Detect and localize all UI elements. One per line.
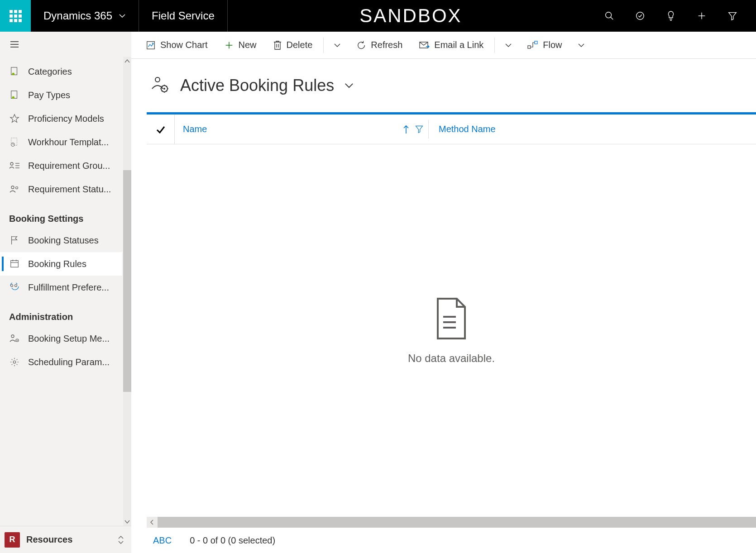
svg-point-39 [155, 77, 160, 82]
app-launcher-button[interactable] [0, 0, 31, 32]
sidebar-item-fulfillment-preferences[interactable]: Fulfillment Prefere... [0, 276, 122, 299]
sidebar-item-scheduling-parameters[interactable]: Scheduling Param... [0, 350, 122, 374]
svg-point-2 [636, 12, 644, 20]
people-icon [9, 184, 20, 195]
sidebar-item-label: Scheduling Param... [28, 357, 110, 367]
area-label: Resources [26, 534, 110, 545]
sidebar-item-booking-statuses[interactable]: Booking Statuses [0, 229, 122, 252]
chevron-down-icon[interactable] [344, 81, 354, 91]
command-bar: Show Chart New Delete Refresh Email a Li… [131, 32, 756, 59]
chevron-down-icon [578, 42, 585, 49]
sidebar-item-booking-setup-metadata[interactable]: Booking Setup Me... [0, 327, 122, 350]
email-split-button[interactable] [498, 38, 518, 52]
svg-point-32 [13, 361, 16, 363]
svg-line-1 [611, 17, 613, 20]
people-sync-icon [9, 282, 20, 293]
sidebar-item-booking-rules[interactable]: Booking Rules [0, 252, 122, 276]
select-all-checkbox[interactable] [147, 114, 175, 144]
check-circle-icon [635, 11, 645, 21]
cmd-label: Refresh [371, 40, 402, 50]
sidebar-scroll-thumb[interactable] [123, 170, 131, 392]
flow-split-button[interactable] [571, 38, 591, 52]
refresh-button[interactable]: Refresh [349, 36, 410, 54]
add-button[interactable] [686, 0, 717, 32]
calendar-icon [9, 258, 20, 269]
help-button[interactable] [656, 0, 686, 32]
flow-button[interactable]: Flow [520, 36, 569, 54]
sidebar-item-label: Categories [28, 67, 72, 77]
lightbulb-icon [666, 10, 675, 21]
area-badge: R [5, 532, 20, 548]
brand-label: Dynamics 365 [43, 10, 112, 22]
svg-point-28 [15, 285, 17, 287]
document-person-icon [9, 90, 20, 100]
show-chart-button[interactable]: Show Chart [139, 36, 215, 54]
funnel-icon [415, 124, 424, 133]
svg-point-20 [11, 186, 14, 189]
email-link-button[interactable]: Email a Link [411, 36, 491, 54]
cmd-label: Show Chart [160, 40, 208, 50]
svg-point-27 [11, 285, 13, 287]
alpha-filter-button[interactable]: ABC [153, 535, 172, 546]
flow-icon [527, 41, 538, 50]
sidebar-item-requirement-groups[interactable]: Requirement Grou... [0, 154, 122, 177]
horizontal-scrollbar[interactable] [147, 517, 756, 528]
area-switcher[interactable]: R Resources [0, 526, 131, 553]
empty-state-text: No data available. [408, 352, 495, 365]
svg-point-11 [12, 96, 15, 99]
document-icon [433, 297, 469, 340]
email-icon [419, 41, 430, 50]
sidebar-item-requirement-statuses[interactable]: Requirement Statu... [0, 177, 122, 201]
hamburger-icon [9, 39, 20, 50]
svg-point-31 [17, 340, 18, 341]
separator [494, 38, 495, 53]
nav-toggle-button[interactable] [0, 32, 131, 57]
cmd-label: Flow [543, 40, 562, 50]
chart-icon [146, 40, 156, 50]
grid-body: No data available. [147, 144, 756, 517]
top-icon-row [594, 0, 756, 32]
scroll-up-arrow-icon [123, 58, 131, 64]
filter-button[interactable] [717, 0, 748, 32]
svg-point-29 [11, 335, 14, 338]
search-button[interactable] [594, 0, 625, 32]
grid-header-row: Name Method Name [147, 114, 756, 144]
separator [323, 38, 324, 53]
sidebar-scroll-track[interactable] [123, 57, 131, 526]
plus-icon [224, 40, 234, 50]
check-icon [155, 124, 166, 135]
grid-footer: ABC 0 - 0 of 0 (0 selected) [131, 528, 756, 553]
sidebar-item-label: Booking Setup Me... [28, 334, 110, 344]
sidebar-item-proficiency-models[interactable]: Proficiency Models [0, 107, 122, 130]
sidebar-item-categories[interactable]: Categories [0, 60, 122, 83]
module-label-area[interactable]: Field Service [139, 0, 228, 32]
refresh-icon [356, 40, 366, 50]
task-button[interactable] [625, 0, 656, 32]
nav-scroll: Categories Pay Types Proficiency Models … [0, 57, 131, 526]
plus-icon [697, 11, 707, 21]
sidebar: Categories Pay Types Proficiency Models … [0, 32, 131, 553]
pager-text: 0 - 0 of 0 (0 selected) [190, 535, 275, 546]
search-icon [604, 11, 614, 21]
sidebar-item-workhour-templates[interactable]: Workhour Templat... [0, 130, 122, 154]
document-person-icon [9, 66, 20, 77]
sidebar-item-label: Fulfillment Prefere... [28, 282, 109, 293]
column-header-method-name[interactable]: Method Name [429, 114, 756, 144]
environment-badge: SANDBOX [228, 0, 594, 32]
svg-point-16 [10, 162, 13, 165]
sidebar-item-pay-types[interactable]: Pay Types [0, 83, 122, 107]
delete-button[interactable]: Delete [266, 36, 320, 54]
chevron-down-icon [334, 42, 341, 49]
scroll-left-button[interactable] [147, 517, 158, 528]
new-button[interactable]: New [217, 36, 264, 54]
brand-switcher[interactable]: Dynamics 365 [31, 0, 139, 32]
top-bar: Dynamics 365 Field Service SANDBOX [0, 0, 756, 32]
svg-rect-38 [535, 41, 537, 44]
data-grid: Name Method Name [147, 112, 756, 517]
sidebar-group-booking-settings: Booking Settings [0, 201, 131, 229]
updown-chevron-icon [117, 534, 125, 545]
column-header-name[interactable]: Name [175, 114, 428, 144]
view-title: Active Booking Rules [180, 76, 334, 95]
document-clock-icon [9, 137, 20, 148]
delete-split-button[interactable] [327, 38, 347, 52]
